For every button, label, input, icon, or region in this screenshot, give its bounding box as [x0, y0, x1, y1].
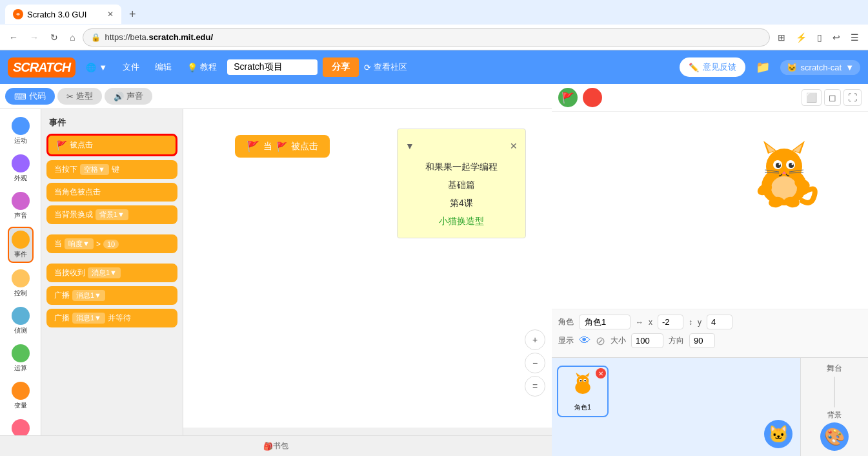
community-button[interactable]: ⟳ 查看社区 — [364, 61, 407, 73]
category-sound[interactable]: 声音 — [9, 189, 32, 223]
blocks-panel: 事件 🚩 被点击 当按下 空格▼ 键 当角色被点击 当背景换成 — [41, 109, 183, 435]
direction-input[interactable] — [689, 333, 715, 348]
home-button[interactable]: ⌂ — [66, 30, 79, 45]
refresh-button[interactable]: ↻ — [46, 30, 62, 45]
add-bg-icon: 🎨 — [824, 427, 845, 447]
new-tab-button[interactable]: + — [124, 8, 141, 21]
direction-label: 方向 — [669, 335, 684, 346]
control-dot — [12, 269, 30, 287]
block-key-press[interactable]: 当按下 空格▼ 键 — [46, 160, 177, 179]
tab-title: Scratch 3.0 GUI — [27, 10, 86, 19]
active-tab[interactable]: Scratch 3.0 GUI ✕ — [5, 5, 121, 24]
category-looks[interactable]: 外观 — [9, 152, 32, 185]
size-label: 大小 — [611, 335, 626, 346]
category-control[interactable]: 控制 — [9, 267, 32, 300]
script-block-flag[interactable]: 🚩 当 🚩 被点击 — [235, 135, 330, 158]
show-visible-button[interactable]: 👁 — [579, 334, 590, 347]
address-bar[interactable]: 🔒 https://beta.scratch.mit.edu/ — [83, 28, 770, 47]
stop-button[interactable] — [583, 88, 602, 107]
note-close-button[interactable]: ✕ — [510, 137, 518, 155]
category-operators[interactable]: 运算 — [9, 342, 32, 375]
green-flag-button[interactable]: 🚩 — [558, 88, 578, 107]
costume-tab-icon: ✂ — [66, 92, 74, 101]
stage-background-panel: 舞台 背景 🎨 — [800, 358, 868, 456]
block-receive[interactable]: 当接收到 消息1▼ — [46, 264, 177, 282]
sprite-row: ✕ — [557, 366, 795, 417]
scratch-app: SCRATCH 🌐▼ 文件 编辑 💡 教程 分享 ⟳ 查看社区 ✏️ 意见反馈 … — [0, 50, 868, 456]
edit-menu-button[interactable]: 编辑 — [150, 59, 177, 76]
user-avatar-icon: 🐱 — [787, 63, 797, 72]
fullscreen-button[interactable]: ⛶ — [843, 89, 862, 106]
events-dot — [12, 231, 30, 249]
feedback-button[interactable]: ✏️ 意见反馈 — [680, 57, 745, 77]
zoom-controls: + − = — [525, 329, 545, 397]
forward-button[interactable]: → — [26, 30, 43, 45]
zoom-out-button[interactable]: − — [525, 353, 545, 373]
address-text: https://beta.scratch.mit.edu/ — [105, 32, 213, 42]
tab-strip: ⌨ 代码 ✂ 造型 🔊 声音 — [0, 84, 552, 109]
show-hidden-button[interactable]: ⊘ — [596, 334, 605, 348]
x-input[interactable] — [658, 315, 683, 329]
category-variables[interactable]: 变量 — [9, 379, 32, 413]
bg-label: 背景 — [827, 410, 842, 420]
category-custom[interactable]: 自制积木 — [5, 417, 36, 435]
scratch-header: SCRATCH 🌐▼ 文件 编辑 💡 教程 分享 ⟳ 查看社区 ✏️ 意见反馈 … — [0, 50, 868, 84]
globe-menu-button[interactable]: 🌐▼ — [81, 60, 112, 75]
menu-button[interactable]: ☰ — [847, 30, 863, 45]
user-menu-button[interactable]: 🐱 scratch-cat▼ — [780, 60, 860, 75]
tab-close-btn[interactable]: ✕ — [107, 10, 114, 19]
block-broadcast[interactable]: 广播 消息1▼ — [46, 286, 177, 305]
large-stage-button[interactable]: ◻ — [824, 89, 841, 106]
lightning-button[interactable]: ⚡ — [792, 30, 811, 45]
back-button[interactable]: ← — [5, 30, 22, 45]
block-brightness[interactable]: 当 响度▼ > 10 — [46, 234, 177, 253]
sprite-delete-button[interactable]: ✕ — [596, 368, 606, 378]
sprite-item-cat[interactable]: ✕ — [557, 366, 609, 417]
extensions-button[interactable]: ⊞ — [774, 30, 789, 45]
project-name-input[interactable] — [227, 59, 318, 75]
note-line3: 第4课 — [405, 194, 518, 212]
sensing-dot — [12, 307, 30, 325]
script-area[interactable]: 🚩 当 🚩 被点击 ▼ ✕ 和果果一起学编程 基础篇 — [183, 109, 552, 435]
add-sprite-button[interactable]: 🐱 — [764, 420, 792, 448]
horizontal-scrollbar[interactable] — [183, 428, 552, 435]
x-label: x — [649, 318, 652, 327]
tutorials-menu-button[interactable]: 💡 教程 — [182, 59, 222, 76]
tab-sounds[interactable]: 🔊 声音 — [105, 88, 152, 105]
folder-button[interactable]: 📁 — [751, 60, 775, 74]
motion-dot — [12, 117, 30, 135]
sound-tab-icon: 🔊 — [114, 92, 124, 101]
file-menu-button[interactable]: 文件 — [117, 59, 145, 76]
tab-costumes[interactable]: ✂ 造型 — [57, 88, 102, 105]
category-motion[interactable]: 运动 — [9, 114, 32, 148]
pencil-icon: ✏️ — [689, 63, 699, 72]
stage-label: 舞台 — [827, 363, 842, 374]
block-backdrop-switch[interactable]: 当背景换成 背景1▼ — [46, 205, 177, 224]
zoom-reset-button[interactable]: = — [525, 376, 545, 397]
category-sensing[interactable]: 侦测 — [9, 304, 32, 338]
block-broadcast-wait[interactable]: 广播 消息1▼ 并等待 — [46, 309, 177, 327]
note-line2: 基础篇 — [405, 176, 518, 194]
add-background-button[interactable]: 🎨 — [820, 422, 849, 451]
y-input[interactable] — [707, 315, 732, 329]
size-input[interactable] — [631, 333, 663, 348]
sprite-info-row: 角色 ↔ x ↕ y — [558, 315, 862, 329]
category-events[interactable]: 事件 — [8, 227, 34, 263]
stage-view-buttons: ⬜ ◻ ⛶ — [802, 89, 862, 106]
flag-icon: 🚩 — [56, 140, 67, 150]
sprite-name-label: 角色1 — [574, 403, 591, 412]
small-stage-button[interactable]: ⬜ — [802, 89, 822, 106]
stage-bg-thumbnail — [834, 377, 835, 408]
custom-dot — [12, 419, 30, 435]
add-sprite-icon: 🐱 — [768, 424, 789, 444]
sprite-name-input[interactable] — [579, 315, 631, 329]
svg-point-18 — [771, 176, 797, 200]
zoom-in-button[interactable]: + — [525, 329, 545, 350]
block-flag-click[interactable]: 🚩 被点击 — [46, 134, 177, 156]
tab-code[interactable]: ⌨ 代码 — [5, 88, 55, 105]
browser-toolbar: ← → ↻ ⌂ 🔒 https://beta.scratch.mit.edu/ … — [0, 25, 868, 50]
sidebar-button[interactable]: ▯ — [813, 30, 826, 45]
share-button[interactable]: 分享 — [323, 57, 359, 77]
block-sprite-click[interactable]: 当角色被点击 — [46, 183, 177, 202]
undo-button[interactable]: ↩ — [829, 30, 844, 45]
